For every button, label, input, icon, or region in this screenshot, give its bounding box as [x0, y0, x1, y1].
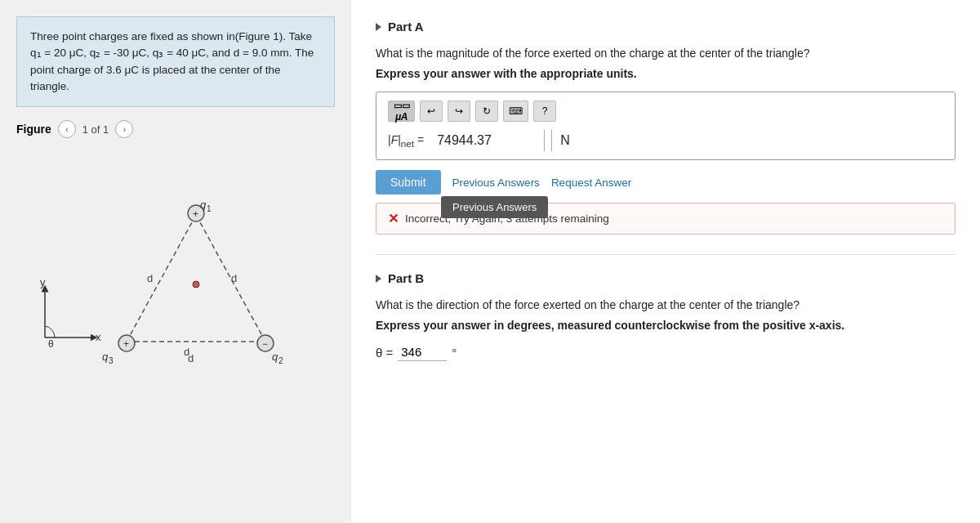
part-b-input-row: θ = ° [376, 343, 956, 361]
problem-statement: Three point charges are fixed as shown i… [16, 16, 335, 107]
section-divider [376, 254, 956, 255]
help-button[interactable]: ? [533, 101, 556, 122]
prev-figure-button[interactable]: ‹ [58, 120, 76, 138]
svg-text:+: + [123, 338, 129, 350]
answer-input-row: |F|net = N [388, 130, 943, 151]
part-b-toggle[interactable] [376, 275, 381, 283]
theta-input[interactable] [398, 343, 447, 361]
next-figure-button[interactable]: › [115, 120, 133, 138]
right-panel: Part A What is the magnitude of the forc… [351, 0, 980, 523]
formula-button[interactable]: ▭▭μA [388, 101, 415, 122]
refresh-icon: ↻ [483, 105, 491, 117]
part-b-header: Part B [376, 271, 956, 285]
help-icon: ? [542, 105, 548, 117]
keyboard-button[interactable]: ⌨ [503, 101, 528, 122]
svg-text:q: q [272, 351, 278, 363]
svg-text:x: x [96, 331, 101, 343]
svg-text:d: d [188, 352, 194, 364]
part-a-header: Part A [376, 20, 956, 34]
redo-icon: ↪ [455, 105, 463, 117]
formula-icon: ▭▭μA [394, 101, 409, 123]
part-b-question: What is the direction of the force exert… [376, 297, 956, 314]
figure-canvas: x y θ d d d + q 1 [16, 141, 335, 507]
figure-label-row: Figure ‹ 1 of 1 › [16, 120, 335, 138]
svg-line-6 [127, 215, 196, 342]
force-label: |F|net = [388, 133, 424, 149]
part-b-title: Part B [388, 271, 424, 285]
part-a-toggle[interactable] [376, 23, 381, 31]
previous-answers-link[interactable]: Previous Answers [452, 177, 540, 189]
svg-text:3: 3 [109, 356, 114, 365]
figure-area: Figure ‹ 1 of 1 › x y [16, 120, 335, 507]
toolbar-row: ▭▭μA ↩ ↪ ↻ ⌨ ? [388, 101, 943, 122]
keyboard-icon: ⌨ [509, 105, 523, 117]
incorrect-icon: ✕ [388, 211, 399, 226]
degree-symbol: ° [452, 346, 457, 360]
svg-text:+: + [193, 208, 198, 220]
svg-text:−: − [262, 338, 268, 350]
part-a-answer-box: ▭▭μA ↩ ↪ ↻ ⌨ ? |F|net [376, 92, 956, 160]
submit-row: Submit Previous Answers Request Answer P… [376, 170, 956, 194]
refresh-button[interactable]: ↻ [475, 101, 498, 122]
part-a-section: Part A What is the magnitude of the forc… [376, 20, 956, 235]
svg-text:1: 1 [207, 204, 212, 213]
part-a-title: Part A [388, 20, 424, 34]
page-indicator: 1 of 1 [82, 123, 109, 136]
svg-text:d: d [231, 272, 237, 284]
force-unit: N [551, 130, 573, 151]
svg-text:y: y [40, 276, 46, 288]
part-a-express: Express your answer with the appropriate… [376, 67, 956, 80]
svg-text:q: q [200, 199, 207, 211]
problem-text-content: Three point charges are fixed as shown i… [30, 30, 314, 92]
redo-button[interactable]: ↪ [448, 101, 470, 122]
figure-label: Figure [16, 123, 51, 136]
figure-svg: x y θ d d d + q 1 [16, 141, 335, 370]
svg-text:θ: θ [48, 338, 54, 350]
previous-answers-dropdown: Previous Answers [441, 196, 548, 218]
part-b-section: Part B What is the direction of the forc… [376, 271, 956, 361]
theta-label: θ = [376, 346, 393, 360]
undo-icon: ↩ [427, 105, 435, 117]
left-panel: Three point charges are fixed as shown i… [0, 0, 351, 523]
part-a-question: What is the magnitude of the force exert… [376, 45, 956, 62]
undo-button[interactable]: ↩ [420, 101, 443, 122]
svg-point-24 [193, 281, 199, 288]
svg-text:d: d [147, 272, 153, 284]
svg-text:2: 2 [278, 356, 283, 365]
force-input[interactable] [430, 130, 545, 151]
part-b-express: Express your answer in degrees, measured… [376, 319, 956, 332]
svg-text:q: q [102, 351, 109, 363]
request-answer-link[interactable]: Request Answer [551, 177, 631, 189]
submit-button[interactable]: Submit [376, 170, 441, 194]
